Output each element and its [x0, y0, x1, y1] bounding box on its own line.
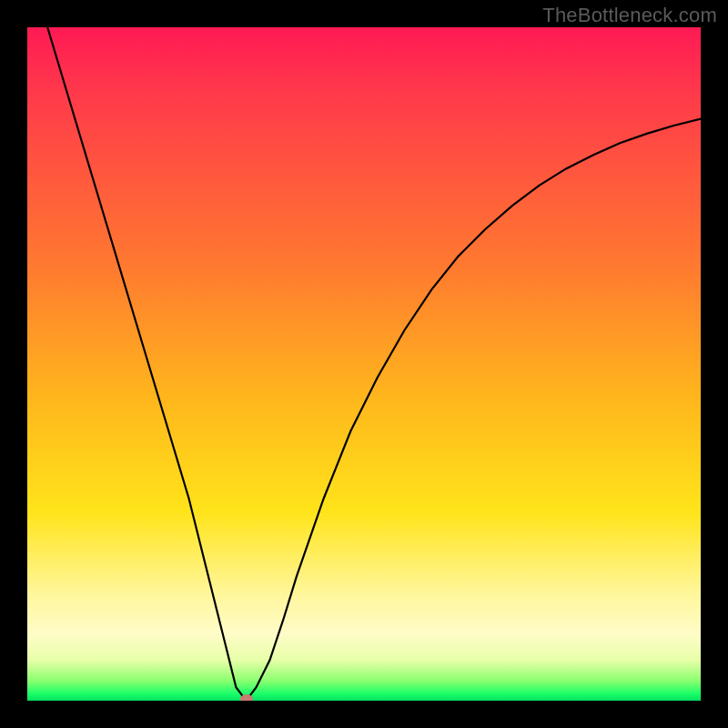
watermark-text: TheBottleneck.com	[542, 4, 717, 27]
bottleneck-curve	[27, 27, 701, 701]
curve-svg	[27, 27, 701, 701]
minimum-marker	[240, 694, 253, 701]
plot-area	[27, 27, 701, 701]
